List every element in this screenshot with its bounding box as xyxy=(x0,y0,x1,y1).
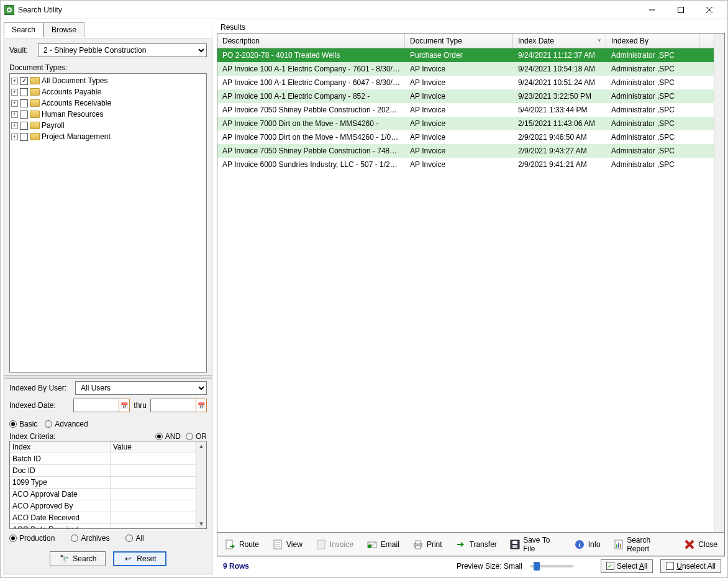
panel-divider[interactable] xyxy=(4,375,212,379)
results-scrollbar[interactable] xyxy=(714,34,724,532)
folder-icon xyxy=(30,122,40,129)
save-to-file-button[interactable]: Save To File xyxy=(505,534,565,555)
doc-type-checkbox[interactable] xyxy=(20,133,28,141)
doc-types-tree[interactable]: +All Document Types+Accounts Payable+Acc… xyxy=(9,73,207,373)
radio-basic[interactable]: Basic xyxy=(9,420,37,428)
col-header-indexed-by[interactable]: Indexed By xyxy=(606,34,699,48)
indexed-by-select[interactable]: All Users xyxy=(75,381,207,395)
criteria-row[interactable]: ACO Approval Date xyxy=(10,489,206,500)
vault-select[interactable]: 2 - Shiney Pebble Construction xyxy=(38,43,207,57)
radio-all[interactable]: All xyxy=(125,534,143,543)
criteria-value-cell[interactable] xyxy=(111,453,206,464)
close-window-button[interactable] xyxy=(695,1,724,19)
cell-indexed-by: Administrator ,SPC xyxy=(606,119,699,128)
unselect-all-button[interactable]: Unselect All xyxy=(660,559,721,573)
radio-advanced[interactable]: Advanced xyxy=(45,420,88,428)
criteria-row[interactable]: Doc ID xyxy=(10,465,206,477)
result-row[interactable]: AP Invoice 7050 Shiney Pebble Constructi… xyxy=(217,103,714,117)
doc-type-item[interactable]: +Accounts Receivable xyxy=(11,97,205,109)
result-row[interactable]: AP Invoice 6000 Sundries Industry, LLC -… xyxy=(217,158,714,171)
preview-size-slider[interactable] xyxy=(530,565,573,567)
col-header-description[interactable]: Description xyxy=(217,34,405,48)
date-to-picker-icon[interactable]: 📅 xyxy=(196,399,207,412)
doc-type-checkbox[interactable] xyxy=(20,122,28,130)
criteria-row[interactable]: ACO Date Received xyxy=(10,512,206,524)
doc-type-item[interactable]: +Project Management xyxy=(11,131,205,142)
doc-type-checkbox[interactable] xyxy=(20,99,28,107)
criteria-value-cell[interactable] xyxy=(111,512,206,523)
expand-icon[interactable]: + xyxy=(11,100,18,107)
criteria-value-cell[interactable] xyxy=(111,465,206,476)
criteria-header-index[interactable]: Index xyxy=(10,441,111,453)
tab-browse[interactable]: Browse xyxy=(43,22,84,37)
expand-icon[interactable]: + xyxy=(11,122,18,129)
date-from-input[interactable] xyxy=(73,399,119,412)
col-header-index-date[interactable]: Index Date ▼ xyxy=(513,34,606,48)
doc-type-checkbox[interactable] xyxy=(20,77,28,85)
email-button[interactable]: Email xyxy=(362,536,404,553)
info-button[interactable]: i Info xyxy=(569,536,605,553)
doc-type-item[interactable]: +Payroll xyxy=(11,120,205,131)
route-button[interactable]: Route xyxy=(220,536,263,553)
search-button[interactable]: 🔭 Search xyxy=(50,551,106,566)
expand-icon[interactable]: + xyxy=(11,133,18,140)
close-button[interactable]: Close xyxy=(679,536,722,553)
criteria-value-cell[interactable] xyxy=(111,500,206,512)
cell-index-date: 9/24/2021 10:51:24 AM xyxy=(513,78,606,87)
col-header-doc-type[interactable]: Document Type xyxy=(405,34,513,48)
tab-search[interactable]: Search xyxy=(4,22,43,37)
result-row[interactable]: PO 2-2020-78 - 4010 Treated WellsPurchas… xyxy=(217,48,714,62)
radio-and[interactable]: AND xyxy=(155,432,181,441)
date-to-input[interactable] xyxy=(150,399,196,412)
result-row[interactable]: AP Invoice 7050 Shiney Pebble Constructi… xyxy=(217,144,714,158)
result-row[interactable]: AP Invoice 100 A-1 Electric Company - 60… xyxy=(217,76,714,89)
date-from-picker-icon[interactable]: 📅 xyxy=(119,399,130,412)
uncheck-icon xyxy=(666,562,674,570)
criteria-row[interactable]: ACO Approved By xyxy=(10,500,206,512)
criteria-value-cell[interactable] xyxy=(111,489,206,500)
transfer-button[interactable]: Transfer xyxy=(450,536,501,553)
results-body[interactable]: PO 2-2020-78 - 4010 Treated WellsPurchas… xyxy=(217,48,714,532)
radio-or[interactable]: OR xyxy=(186,432,207,441)
print-button[interactable]: Print xyxy=(407,536,447,553)
reset-button[interactable]: ↩ Reset xyxy=(113,551,166,566)
criteria-header-value[interactable]: Value xyxy=(111,441,206,453)
result-row[interactable]: AP Invoice 7000 Dirt on the Move - MMS42… xyxy=(217,130,714,144)
expand-icon[interactable]: + xyxy=(11,89,18,96)
cell-index-date: 9/23/2021 3:22:50 PM xyxy=(513,92,606,101)
radio-archives[interactable]: Archives xyxy=(71,534,109,543)
doc-type-checkbox[interactable] xyxy=(20,88,28,96)
criteria-scrollbar[interactable]: ▲▼ xyxy=(196,441,206,528)
svg-rect-14 xyxy=(416,546,421,549)
maximize-button[interactable] xyxy=(667,1,695,19)
cell-doc-type: AP Invoice xyxy=(405,147,513,155)
doc-type-checkbox[interactable] xyxy=(20,111,28,119)
results-toolbar: Route View Invoice xyxy=(217,533,725,556)
criteria-value-cell[interactable] xyxy=(111,477,206,488)
minimize-button[interactable] xyxy=(638,1,667,19)
criteria-value-cell[interactable] xyxy=(111,524,206,529)
doc-type-item[interactable]: +Accounts Payable xyxy=(11,86,205,97)
result-row[interactable]: AP Invoice 100 A-1 Electric Company - 76… xyxy=(217,62,714,76)
cell-indexed-by: Administrator ,SPC xyxy=(606,133,699,142)
indexed-by-label: Indexed By User: xyxy=(9,384,71,392)
criteria-row[interactable]: 1099 Type xyxy=(10,477,206,489)
expand-icon[interactable]: + xyxy=(11,78,18,84)
search-report-button[interactable]: Search Report xyxy=(609,534,676,555)
view-button[interactable]: View xyxy=(267,536,307,553)
select-all-button[interactable]: Select All xyxy=(601,559,653,573)
expand-icon[interactable]: + xyxy=(11,111,18,118)
radio-production[interactable]: Production xyxy=(9,534,55,543)
result-row[interactable]: AP Invoice 100 A-1 Electric Company - 85… xyxy=(217,89,714,103)
doc-type-item[interactable]: +Human Resources xyxy=(11,109,205,120)
cell-indexed-by: Administrator ,SPC xyxy=(606,92,699,101)
cell-index-date: 2/9/2021 9:41:21 AM xyxy=(513,160,606,169)
criteria-row[interactable]: ACO Date Required xyxy=(10,524,206,529)
result-row[interactable]: AP Invoice 7000 Dirt on the Move - MMS42… xyxy=(217,117,714,130)
svg-rect-13 xyxy=(416,541,421,544)
cell-description: AP Invoice 100 A-1 Electric Company - 76… xyxy=(217,65,405,73)
criteria-row[interactable]: Batch ID xyxy=(10,453,206,465)
doc-type-item[interactable]: +All Document Types xyxy=(11,75,205,86)
window-title: Search Utility xyxy=(18,6,62,14)
criteria-grid[interactable]: Index Value Batch IDDoc ID1099 TypeACO A… xyxy=(9,441,207,529)
